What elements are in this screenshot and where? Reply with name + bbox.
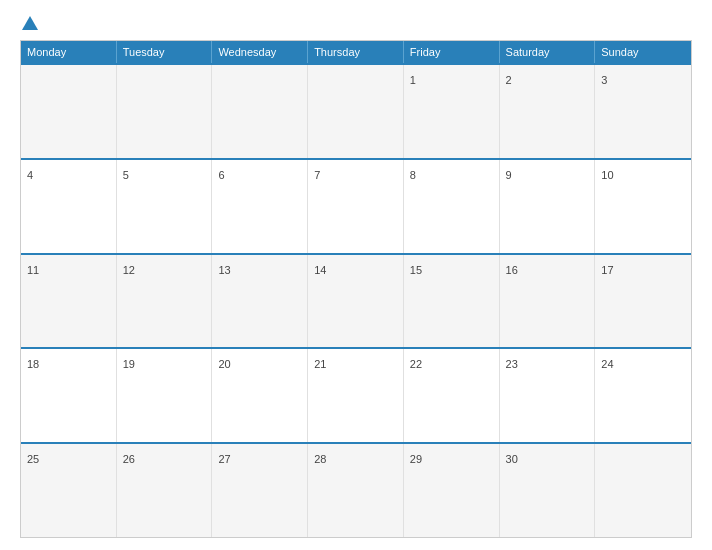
day-2: 2 — [500, 65, 596, 158]
day-number: 11 — [27, 264, 39, 276]
calendar-page: MondayTuesdayWednesdayThursdayFridaySatu… — [0, 0, 712, 550]
day-25: 25 — [21, 444, 117, 537]
day-1: 1 — [404, 65, 500, 158]
day-28: 28 — [308, 444, 404, 537]
day-number: 24 — [601, 358, 613, 370]
day-header-friday: Friday — [404, 41, 500, 63]
day-30: 30 — [500, 444, 596, 537]
day-23: 23 — [500, 349, 596, 442]
day-number: 29 — [410, 453, 422, 465]
day-17: 17 — [595, 255, 691, 348]
day-number: 16 — [506, 264, 518, 276]
day-number: 18 — [27, 358, 39, 370]
day-3: 3 — [595, 65, 691, 158]
day-header-tuesday: Tuesday — [117, 41, 213, 63]
day-number: 10 — [601, 169, 613, 181]
day-4: 4 — [21, 160, 117, 253]
week-row-4: 18192021222324 — [21, 347, 691, 442]
day-11: 11 — [21, 255, 117, 348]
day-number: 19 — [123, 358, 135, 370]
day-number: 26 — [123, 453, 135, 465]
day-number: 12 — [123, 264, 135, 276]
day-19: 19 — [117, 349, 213, 442]
day-number: 14 — [314, 264, 326, 276]
day-12: 12 — [117, 255, 213, 348]
day-number: 6 — [218, 169, 224, 181]
day-13: 13 — [212, 255, 308, 348]
day-8: 8 — [404, 160, 500, 253]
day-9: 9 — [500, 160, 596, 253]
day-26: 26 — [117, 444, 213, 537]
week-row-1: 123 — [21, 63, 691, 158]
day-number: 30 — [506, 453, 518, 465]
day-18: 18 — [21, 349, 117, 442]
day-number: 8 — [410, 169, 416, 181]
empty-day — [21, 65, 117, 158]
day-header-saturday: Saturday — [500, 41, 596, 63]
day-number: 20 — [218, 358, 230, 370]
day-number: 13 — [218, 264, 230, 276]
day-number: 5 — [123, 169, 129, 181]
day-number: 4 — [27, 169, 33, 181]
empty-day — [308, 65, 404, 158]
day-24: 24 — [595, 349, 691, 442]
logo-triangle-icon — [22, 16, 38, 30]
day-number: 17 — [601, 264, 613, 276]
header — [20, 16, 692, 30]
week-row-2: 45678910 — [21, 158, 691, 253]
day-20: 20 — [212, 349, 308, 442]
day-number: 2 — [506, 74, 512, 86]
day-5: 5 — [117, 160, 213, 253]
empty-day — [117, 65, 213, 158]
empty-day — [212, 65, 308, 158]
day-number: 1 — [410, 74, 416, 86]
day-27: 27 — [212, 444, 308, 537]
day-6: 6 — [212, 160, 308, 253]
day-7: 7 — [308, 160, 404, 253]
day-number: 23 — [506, 358, 518, 370]
day-16: 16 — [500, 255, 596, 348]
day-header-thursday: Thursday — [308, 41, 404, 63]
day-29: 29 — [404, 444, 500, 537]
day-header-monday: Monday — [21, 41, 117, 63]
day-15: 15 — [404, 255, 500, 348]
day-number: 22 — [410, 358, 422, 370]
empty-day — [595, 444, 691, 537]
day-number: 15 — [410, 264, 422, 276]
day-number: 27 — [218, 453, 230, 465]
week-row-5: 252627282930 — [21, 442, 691, 537]
days-header: MondayTuesdayWednesdayThursdayFridaySatu… — [21, 41, 691, 63]
logo — [20, 16, 40, 30]
weeks-container: 1234567891011121314151617181920212223242… — [21, 63, 691, 537]
day-number: 25 — [27, 453, 39, 465]
day-14: 14 — [308, 255, 404, 348]
calendar-grid: MondayTuesdayWednesdayThursdayFridaySatu… — [20, 40, 692, 538]
day-number: 3 — [601, 74, 607, 86]
day-header-wednesday: Wednesday — [212, 41, 308, 63]
day-number: 7 — [314, 169, 320, 181]
day-21: 21 — [308, 349, 404, 442]
week-row-3: 11121314151617 — [21, 253, 691, 348]
day-number: 28 — [314, 453, 326, 465]
day-10: 10 — [595, 160, 691, 253]
day-header-sunday: Sunday — [595, 41, 691, 63]
day-number: 21 — [314, 358, 326, 370]
day-number: 9 — [506, 169, 512, 181]
day-22: 22 — [404, 349, 500, 442]
